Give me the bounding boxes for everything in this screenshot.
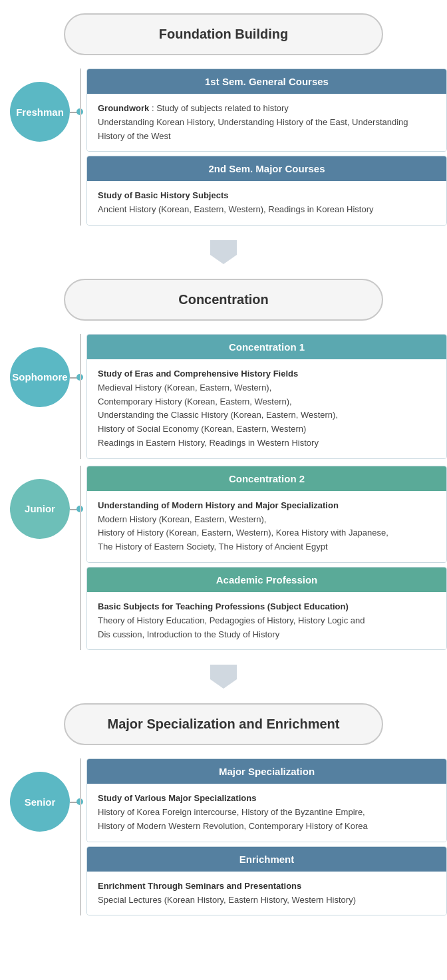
junior-card-2-body: Basic Subjects for Teaching Professions … bbox=[87, 592, 446, 649]
freshman-card-1-body: Groundwork : Study of subjects related t… bbox=[87, 94, 446, 151]
junior-card-1-body: Understanding of Modern History and Majo… bbox=[87, 491, 446, 562]
senior-card-1-body: Study of Various Major Specializations H… bbox=[87, 784, 446, 841]
junior-card-1-text: Modern History (Korean, Eastern, Western… bbox=[98, 514, 388, 552]
senior-card-2-body: Enrichment Through Seminars and Presenta… bbox=[87, 872, 446, 915]
senior-card-1-bold: Study of Various Major Specializations bbox=[98, 793, 256, 803]
freshman-card-2: 2nd Sem. Major Courses Study of Basic Hi… bbox=[86, 156, 447, 226]
page-wrapper: Foundation Building Freshman 1st Sem. Ge… bbox=[0, 0, 447, 929]
freshman-card-1-text: Understanding Korean History, Understand… bbox=[98, 117, 408, 141]
foundation-building-pill: Foundation Building bbox=[64, 13, 383, 55]
freshman-card-1-bold: Groundwork bbox=[98, 103, 149, 113]
sophomore-circle-col: Sophomore bbox=[0, 334, 80, 407]
senior-card-2: Enrichment Enrichment Through Seminars a… bbox=[86, 846, 447, 916]
freshman-section: Freshman 1st Sem. General Courses Ground… bbox=[0, 69, 447, 226]
arrow-1 bbox=[207, 239, 240, 265]
junior-section: Junior Concentration 2 Understanding of … bbox=[0, 466, 447, 651]
senior-card-2-text: Special Lectures (Korean History, Easter… bbox=[98, 895, 356, 905]
junior-card-2-header: Academic Profession bbox=[87, 568, 446, 592]
arrow-2 bbox=[207, 663, 240, 690]
sophomore-card-1-text: Medieval History (Korean, Eastern, Weste… bbox=[98, 383, 338, 448]
junior-card-1: Concentration 2 Understanding of Modern … bbox=[86, 466, 447, 563]
freshman-card-2-text: Ancient History (Korean, Eastern, Wester… bbox=[98, 204, 374, 214]
junior-card-1-bold: Understanding of Modern History and Majo… bbox=[98, 500, 339, 510]
freshman-card-2-body: Study of Basic History Subjects Ancient … bbox=[87, 181, 446, 225]
freshman-circle-col: Freshman bbox=[0, 69, 80, 142]
svg-marker-0 bbox=[210, 240, 237, 264]
freshman-card-1-header: 1st Sem. General Courses bbox=[87, 69, 446, 94]
junior-circle: Junior bbox=[10, 479, 70, 539]
senior-card-1-header: Major Specialization bbox=[87, 759, 446, 784]
senior-card-1-text: History of Korea Foreign intercourse, Hi… bbox=[98, 807, 368, 831]
senior-card-1: Major Specialization Study of Various Ma… bbox=[86, 758, 447, 842]
major-pill: Major Specialization and Enrichment bbox=[64, 703, 383, 745]
junior-card-1-header: Concentration 2 bbox=[87, 466, 446, 491]
freshman-circle: Freshman bbox=[10, 82, 70, 142]
junior-card-2-bold: Basic Subjects for Teaching Professions … bbox=[98, 601, 349, 611]
sophomore-circle: Sophomore bbox=[10, 347, 70, 407]
sophomore-section: Sophomore Concentration 1 Study of Eras … bbox=[0, 334, 447, 459]
svg-marker-1 bbox=[210, 665, 237, 689]
sophomore-card-1-bold: Study of Eras and Comprehensive History … bbox=[98, 369, 298, 379]
junior-circle-col: Junior bbox=[0, 466, 80, 539]
senior-cards: Major Specialization Study of Various Ma… bbox=[86, 758, 447, 915]
freshman-card-2-header: 2nd Sem. Major Courses bbox=[87, 156, 446, 181]
senior-section: Senior Major Specialization Study of Var… bbox=[0, 758, 447, 915]
sophomore-card-1: Concentration 1 Study of Eras and Compre… bbox=[86, 334, 447, 459]
junior-cards: Concentration 2 Understanding of Modern … bbox=[86, 466, 447, 651]
senior-circle-col: Senior bbox=[0, 758, 80, 832]
freshman-card-1-colon: : Study of subjects related to history bbox=[152, 103, 289, 113]
senior-circle: Senior bbox=[10, 772, 70, 832]
senior-card-2-bold: Enrichment Through Seminars and Presenta… bbox=[98, 881, 301, 891]
sophomore-card-1-body: Study of Eras and Comprehensive History … bbox=[87, 359, 446, 458]
sophomore-card-1-header: Concentration 1 bbox=[87, 335, 446, 359]
concentration-pill: Concentration bbox=[64, 279, 383, 321]
freshman-card-2-bold: Study of Basic History Subjects bbox=[98, 190, 229, 200]
freshman-card-1: 1st Sem. General Courses Groundwork : St… bbox=[86, 69, 447, 152]
arrow-1-svg bbox=[210, 240, 237, 264]
sophomore-cards: Concentration 1 Study of Eras and Compre… bbox=[86, 334, 447, 459]
arrow-2-svg bbox=[210, 665, 237, 689]
freshman-cards: 1st Sem. General Courses Groundwork : St… bbox=[86, 69, 447, 226]
junior-card-2: Academic Profession Basic Subjects for T… bbox=[86, 567, 447, 650]
senior-card-2-header: Enrichment bbox=[87, 847, 446, 872]
junior-card-2-text: Theory of History Education, Pedagogies … bbox=[98, 615, 365, 639]
